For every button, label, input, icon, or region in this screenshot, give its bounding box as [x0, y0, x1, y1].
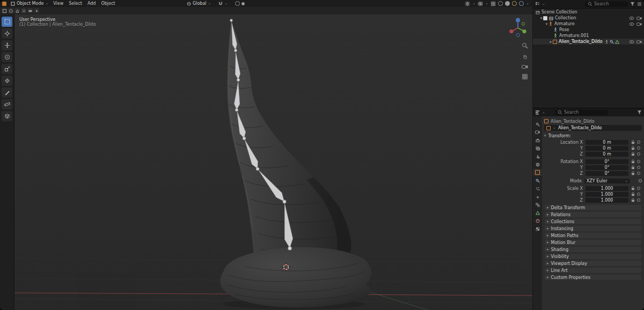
- hide-eye-icon[interactable]: [629, 40, 634, 44]
- filter-icon[interactable]: [630, 2, 635, 6]
- panel-instancing[interactable]: ▸Instancing: [545, 226, 641, 231]
- rotation-x-field[interactable]: 0°: [586, 159, 628, 164]
- menu-select[interactable]: Select: [66, 1, 85, 6]
- shading-wireframe-button[interactable]: [498, 1, 503, 6]
- scale-x-field[interactable]: 1.000: [586, 186, 628, 191]
- menu-view[interactable]: View: [50, 1, 66, 6]
- snapping-button[interactable]: ⌄: [216, 1, 230, 6]
- lock-icon[interactable]: [630, 165, 635, 169]
- tool-scale[interactable]: [2, 64, 12, 74]
- header-small-icon[interactable]: [14, 8, 20, 13]
- tab-material[interactable]: [533, 217, 542, 224]
- tab-output[interactable]: [533, 137, 542, 144]
- tool-annotate[interactable]: [2, 87, 12, 98]
- decorator-dot[interactable]: [637, 172, 640, 175]
- object-name-field[interactable]: ⌄ Alien_Tentacle_Dildo: [544, 125, 642, 131]
- properties-search-input[interactable]: Search: [555, 110, 608, 115]
- outliner-row-pose[interactable]: Pose: [533, 27, 644, 33]
- rotation-y-field[interactable]: 0°: [586, 165, 628, 170]
- tab-constraints[interactable]: [533, 201, 542, 208]
- outliner-row-scene-collection[interactable]: Scene Collection: [533, 9, 644, 15]
- tool-select-box[interactable]: [2, 17, 12, 27]
- hide-eye-icon[interactable]: [629, 16, 634, 20]
- properties-editor-icon[interactable]: [535, 110, 540, 115]
- decorator-dot[interactable]: [637, 160, 640, 163]
- zoom-control[interactable]: [522, 42, 528, 49]
- menu-add[interactable]: Add: [85, 1, 99, 6]
- outliner-search-input[interactable]: Search: [585, 2, 628, 7]
- panel-motion-blur[interactable]: ▸Motion Blur: [545, 240, 641, 245]
- editor-type-icon[interactable]: [2, 1, 7, 6]
- expander-icon[interactable]: ▾: [545, 22, 548, 26]
- tool-add-cube[interactable]: [2, 111, 12, 121]
- gizmos-toggle[interactable]: [465, 1, 470, 6]
- outliner-row-armature[interactable]: ▾ Armature: [533, 21, 644, 27]
- outliner-row-mesh-object[interactable]: ▸ Alien_Tentacle_Dildo: [533, 39, 644, 45]
- move-view-control[interactable]: [522, 54, 528, 60]
- panel-visibility[interactable]: ▸Visibility: [545, 254, 641, 259]
- mode-dropdown[interactable]: Object Mode ⌄: [9, 1, 50, 6]
- viewport-3d[interactable]: User Perspective (1) Collection | Alien_…: [14, 14, 532, 310]
- lock-icon[interactable]: [630, 159, 635, 164]
- lock-icon[interactable]: [630, 186, 635, 190]
- lock-icon[interactable]: [630, 198, 635, 202]
- chevron-down-icon[interactable]: ⌄: [485, 2, 488, 5]
- tool-cursor[interactable]: [2, 28, 12, 39]
- scale-y-field[interactable]: 1.000: [586, 192, 628, 197]
- outliner-editor-icon[interactable]: [535, 2, 540, 6]
- lock-icon[interactable]: [630, 192, 635, 196]
- transform-section-header[interactable]: ▾ Transform:: [544, 133, 642, 139]
- panel-relations[interactable]: ▸Relations: [545, 212, 641, 217]
- tab-object-data[interactable]: [533, 209, 542, 216]
- tab-physics[interactable]: [533, 193, 542, 200]
- decorator-dot[interactable]: [637, 141, 640, 144]
- decorator-dot[interactable]: [639, 179, 642, 182]
- shading-rendered-button[interactable]: [519, 1, 524, 6]
- outliner-row-collection[interactable]: ▾ Collection: [533, 15, 644, 21]
- lock-icon[interactable]: [630, 152, 635, 156]
- outliner-options-icon[interactable]: [637, 2, 642, 6]
- rotation-mode-dropdown[interactable]: XZY Euler ⌄: [584, 179, 631, 183]
- chevron-down-icon[interactable]: ⌄: [542, 2, 545, 6]
- location-y-field[interactable]: 0 m: [586, 146, 628, 151]
- panel-collections[interactable]: ▸Collections: [545, 219, 641, 224]
- decorator-dot[interactable]: [637, 146, 640, 150]
- scale-z-field[interactable]: 1.000: [586, 198, 628, 203]
- tab-particles[interactable]: [533, 185, 542, 192]
- tab-object[interactable]: [533, 169, 542, 176]
- chevron-down-icon[interactable]: ⌄: [526, 2, 529, 5]
- header-small-icon[interactable]: [8, 8, 13, 13]
- chevron-down-icon[interactable]: ⌄: [472, 2, 475, 5]
- decorator-dot[interactable]: [637, 166, 640, 169]
- shading-material-button[interactable]: [512, 1, 517, 6]
- tab-view-layer[interactable]: [533, 145, 542, 152]
- tool-move[interactable]: [2, 40, 12, 50]
- chevron-down-icon[interactable]: ⌄: [542, 110, 545, 114]
- tool-rotate[interactable]: [2, 52, 12, 62]
- header-small-icon[interactable]: [2, 8, 7, 13]
- tab-scene[interactable]: [533, 153, 542, 160]
- lock-icon[interactable]: [630, 140, 635, 144]
- hide-eye-icon[interactable]: [629, 22, 634, 26]
- navigation-gizmo[interactable]: [508, 17, 528, 38]
- tab-modifiers[interactable]: [533, 177, 542, 184]
- panel-viewport-display[interactable]: ▸Viewport Display: [545, 261, 641, 266]
- panel-shading[interactable]: ▸Shading: [545, 247, 641, 252]
- decorator-dot[interactable]: [637, 193, 640, 196]
- panel-line-art[interactable]: ▸Line Art: [545, 268, 641, 273]
- tab-render[interactable]: [533, 129, 542, 136]
- tab-world[interactable]: [533, 161, 542, 168]
- xray-toggle[interactable]: [491, 1, 496, 6]
- panel-delta-transform[interactable]: ▸Delta Transform: [545, 205, 641, 210]
- decorator-dot[interactable]: [637, 187, 640, 190]
- collection-checkbox[interactable]: [543, 16, 547, 20]
- expander-icon[interactable]: ▸: [549, 40, 553, 44]
- location-x-field[interactable]: 0 m: [586, 140, 628, 145]
- menu-object[interactable]: Object: [98, 1, 118, 6]
- decorator-dot[interactable]: [637, 152, 640, 156]
- overlays-toggle[interactable]: [478, 1, 483, 6]
- panel-motion-paths[interactable]: ▸Motion Paths: [545, 233, 641, 238]
- header-small-icon[interactable]: [34, 8, 39, 13]
- header-small-icon[interactable]: [21, 8, 26, 13]
- tab-tool[interactable]: [533, 121, 542, 128]
